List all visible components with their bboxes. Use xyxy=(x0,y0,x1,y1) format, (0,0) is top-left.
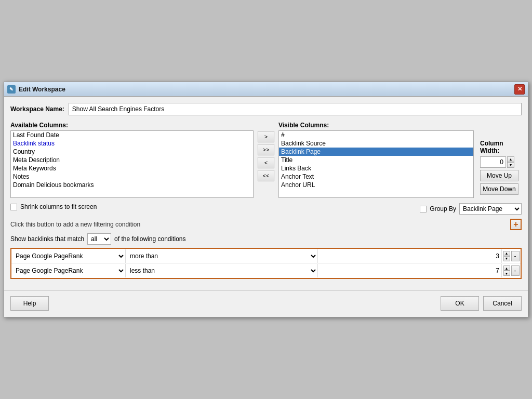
bottom-bar: Help OK Cancel xyxy=(4,290,528,317)
list-item[interactable]: Meta Description xyxy=(11,156,253,164)
filter-add-hint: Click this button to add a new filtering… xyxy=(10,221,140,228)
shrink-label: Shrink columns to fit screen xyxy=(20,203,97,210)
show-label: Show backlinks that match xyxy=(10,235,84,243)
move-down-button[interactable]: Move Down xyxy=(480,183,518,195)
column-width-row: ▲ ▼ xyxy=(480,156,514,168)
visible-columns-panel: Visible Columns: # Backlink Source Backl… xyxy=(278,122,522,198)
ok-cancel-group: OK Cancel xyxy=(441,296,522,311)
group-by-row: Group By Backlink Page Backlink Source T… xyxy=(420,203,522,215)
column-width-spinner: ▲ ▼ xyxy=(507,156,514,168)
cond-operator-select-2[interactable]: less than more than equal to not equal t… xyxy=(126,264,317,277)
ok-button[interactable]: OK xyxy=(441,296,479,311)
bottom-columns-row: Shrink columns to fit screen Group By Ba… xyxy=(10,203,522,215)
condition-row-2: Page Google PageRank Backlink Source Bac… xyxy=(11,263,521,278)
list-item[interactable]: Backlink Source xyxy=(279,139,473,148)
list-item[interactable]: # xyxy=(279,131,473,139)
move-left-button[interactable]: < xyxy=(258,157,274,168)
add-condition-button[interactable]: + xyxy=(510,219,522,230)
window-title: Edit Workspace xyxy=(19,86,65,93)
of-label: of the following conditions xyxy=(114,235,185,243)
cond-value-input-2[interactable] xyxy=(318,264,501,277)
workspace-name-row: Workspace Name: xyxy=(10,103,522,115)
list-item[interactable]: Links Back xyxy=(279,164,473,172)
move-up-button[interactable]: Move Up xyxy=(480,170,518,181)
cond-operator-2: less than more than equal to not equal t… xyxy=(126,264,318,277)
cond-value-num-1 xyxy=(318,249,501,263)
list-item[interactable]: Country xyxy=(11,148,253,156)
transfer-buttons: > >> < << xyxy=(256,131,276,181)
cond-down-2[interactable]: ▼ xyxy=(503,271,510,276)
cond-value-num-2 xyxy=(318,264,501,277)
available-columns-label: Available Columns: xyxy=(10,122,254,129)
show-backlinks-row: Show backlinks that match all any of the… xyxy=(10,233,522,245)
cancel-button[interactable]: Cancel xyxy=(483,296,522,311)
cond-field-select-1[interactable]: Page Google PageRank Backlink Source Bac… xyxy=(11,249,125,263)
shrink-checkbox[interactable] xyxy=(10,204,17,210)
cond-spinner-2: ▲ ▼ xyxy=(503,265,510,276)
list-item[interactable]: Anchor Text xyxy=(279,172,473,181)
cond-field-select-2[interactable]: Page Google PageRank Backlink Source Bac… xyxy=(11,264,125,277)
cond-remove-2[interactable]: - xyxy=(511,265,520,276)
cond-actions-1: ▲ ▼ - xyxy=(502,250,521,262)
available-columns-list[interactable]: Last Found Date Backlink status Country … xyxy=(10,130,254,198)
cond-value-input-1[interactable] xyxy=(318,249,501,263)
conditions-container: Page Google PageRank Backlink Source Bac… xyxy=(10,248,522,279)
list-item[interactable]: Domain Delicious bookmarks xyxy=(11,181,253,189)
cond-operator-1: more than less than equal to not equal t… xyxy=(126,249,318,263)
cond-value-2 xyxy=(318,264,502,277)
filter-header: Click this button to add a new filtering… xyxy=(10,219,522,230)
cond-operator-select-1[interactable]: more than less than equal to not equal t… xyxy=(126,249,317,263)
cond-field-1: Page Google PageRank Backlink Source Bac… xyxy=(11,249,126,263)
help-button[interactable]: Help xyxy=(10,296,49,311)
cond-down-1[interactable]: ▼ xyxy=(503,256,510,261)
match-select[interactable]: all any xyxy=(87,233,111,245)
list-item[interactable]: Backlink Page xyxy=(279,148,473,156)
group-by-label: Group By xyxy=(430,205,456,212)
list-item[interactable]: Meta Keywords xyxy=(11,164,253,172)
group-by-select[interactable]: Backlink Page Backlink Source Title Anch… xyxy=(459,203,522,215)
titlebar: ✎ Edit Workspace ✕ xyxy=(4,82,528,97)
list-item[interactable]: Notes xyxy=(11,172,253,181)
visible-columns-container: # Backlink Source Backlink Page Title Li… xyxy=(278,130,522,198)
shrink-row: Shrink columns to fit screen xyxy=(10,203,97,210)
visible-columns-list[interactable]: # Backlink Source Backlink Page Title Li… xyxy=(278,130,474,198)
cond-up-1[interactable]: ▲ xyxy=(503,251,510,256)
close-button[interactable]: ✕ xyxy=(514,84,525,95)
move-left-all-button[interactable]: << xyxy=(258,170,274,181)
cond-spinner-1: ▲ ▼ xyxy=(503,251,510,261)
group-by-checkbox[interactable] xyxy=(420,206,427,212)
window-body: Workspace Name: Available Columns: Last … xyxy=(4,97,528,285)
column-width-input[interactable] xyxy=(480,156,506,168)
list-item[interactable]: Anchor URL xyxy=(279,181,473,189)
cond-value-1 xyxy=(318,249,502,263)
list-item[interactable]: Title xyxy=(279,156,473,164)
titlebar-left: ✎ Edit Workspace xyxy=(7,85,65,94)
column-width-down[interactable]: ▼ xyxy=(507,162,514,168)
condition-row-1: Page Google PageRank Backlink Source Bac… xyxy=(11,249,521,263)
columns-section: Available Columns: Last Found Date Backl… xyxy=(10,122,522,198)
move-right-button[interactable]: > xyxy=(258,131,274,142)
cond-up-2[interactable]: ▲ xyxy=(503,265,510,271)
column-width-up[interactable]: ▲ xyxy=(507,156,514,162)
column-width-section: Column Width: ▲ ▼ Move Up Move Down xyxy=(480,140,522,195)
visible-columns-label: Visible Columns: xyxy=(278,122,522,129)
cond-remove-1[interactable]: - xyxy=(511,251,520,261)
available-columns-panel: Available Columns: Last Found Date Backl… xyxy=(10,122,254,198)
window-icon: ✎ xyxy=(7,85,16,94)
move-right-all-button[interactable]: >> xyxy=(258,144,274,155)
list-item[interactable]: Backlink status xyxy=(11,139,253,148)
workspace-name-label: Workspace Name: xyxy=(10,105,64,113)
column-width-label: Column Width: xyxy=(480,140,522,154)
edit-workspace-window: ✎ Edit Workspace ✕ Workspace Name: Avail… xyxy=(4,82,528,317)
cond-field-2: Page Google PageRank Backlink Source Bac… xyxy=(11,264,126,277)
workspace-name-input[interactable] xyxy=(69,103,522,115)
cond-actions-2: ▲ ▼ - xyxy=(502,264,521,277)
list-item[interactable]: Last Found Date xyxy=(11,131,253,139)
